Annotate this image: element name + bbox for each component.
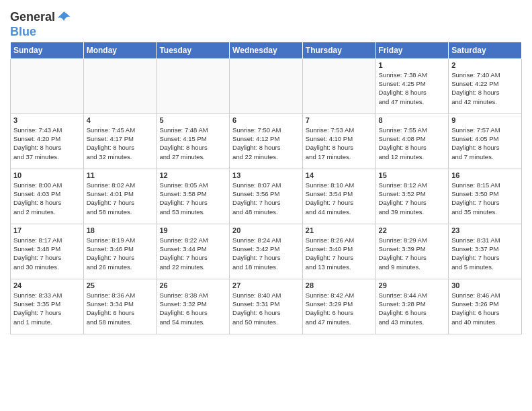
day-info: Sunrise: 8:36 AM Sunset: 3:34 PM Dayligh…: [87, 291, 154, 326]
calendar-cell: 16Sunrise: 8:15 AM Sunset: 3:50 PM Dayli…: [449, 169, 522, 224]
day-info: Sunrise: 8:26 AM Sunset: 3:40 PM Dayligh…: [306, 236, 373, 271]
day-number: 4: [87, 116, 154, 124]
logo-icon: [56, 9, 73, 26]
calendar-cell: 7Sunrise: 7:53 AM Sunset: 4:10 PM Daylig…: [302, 113, 375, 169]
calendar-cell: 28Sunrise: 8:42 AM Sunset: 3:29 PM Dayli…: [302, 279, 375, 334]
day-info: Sunrise: 8:22 AM Sunset: 3:44 PM Dayligh…: [159, 236, 226, 271]
calendar-cell: 26Sunrise: 8:38 AM Sunset: 3:32 PM Dayli…: [157, 279, 230, 334]
day-info: Sunrise: 8:02 AM Sunset: 4:01 PM Dayligh…: [87, 181, 154, 216]
day-number: 5: [159, 116, 226, 124]
weekday-header-wednesday: Wednesday: [230, 42, 303, 58]
calendar-cell: 19Sunrise: 8:22 AM Sunset: 3:44 PM Dayli…: [157, 224, 230, 279]
weekday-header-tuesday: Tuesday: [157, 42, 230, 58]
calendar-cell: 4Sunrise: 7:45 AM Sunset: 4:17 PM Daylig…: [83, 113, 157, 169]
calendar-cell: 24Sunrise: 8:33 AM Sunset: 3:35 PM Dayli…: [11, 279, 84, 334]
day-info: Sunrise: 8:00 AM Sunset: 4:03 PM Dayligh…: [13, 181, 81, 216]
day-number: 21: [306, 226, 373, 234]
day-info: Sunrise: 8:07 AM Sunset: 3:56 PM Dayligh…: [232, 181, 300, 216]
calendar-week-3: 10Sunrise: 8:00 AM Sunset: 4:03 PM Dayli…: [11, 169, 522, 224]
calendar-cell: 2Sunrise: 7:40 AM Sunset: 4:22 PM Daylig…: [449, 58, 522, 113]
logo-text: General: [10, 11, 55, 24]
calendar-cell: 22Sunrise: 8:29 AM Sunset: 3:39 PM Dayli…: [375, 224, 449, 279]
calendar-cell: 10Sunrise: 8:00 AM Sunset: 4:03 PM Dayli…: [11, 169, 84, 224]
calendar-week-2: 3Sunrise: 7:43 AM Sunset: 4:20 PM Daylig…: [11, 113, 522, 169]
calendar-cell: 8Sunrise: 7:55 AM Sunset: 4:08 PM Daylig…: [375, 113, 449, 169]
calendar-cell: 18Sunrise: 8:19 AM Sunset: 3:46 PM Dayli…: [83, 224, 157, 279]
calendar-cell: 25Sunrise: 8:36 AM Sunset: 3:34 PM Dayli…: [83, 279, 157, 334]
day-number: 30: [451, 281, 519, 289]
day-info: Sunrise: 7:55 AM Sunset: 4:08 PM Dayligh…: [379, 126, 446, 161]
day-number: 24: [13, 281, 81, 289]
calendar-cell: 17Sunrise: 8:17 AM Sunset: 3:48 PM Dayli…: [11, 224, 84, 279]
day-info: Sunrise: 7:43 AM Sunset: 4:20 PM Dayligh…: [13, 126, 81, 161]
day-info: Sunrise: 8:46 AM Sunset: 3:26 PM Dayligh…: [451, 291, 519, 326]
calendar-cell: 11Sunrise: 8:02 AM Sunset: 4:01 PM Dayli…: [83, 169, 157, 224]
day-info: Sunrise: 7:40 AM Sunset: 4:22 PM Dayligh…: [451, 71, 519, 106]
day-info: Sunrise: 8:17 AM Sunset: 3:48 PM Dayligh…: [13, 236, 81, 271]
day-number: 7: [306, 116, 373, 124]
day-number: 15: [379, 171, 446, 179]
calendar-cell: 12Sunrise: 8:05 AM Sunset: 3:58 PM Dayli…: [157, 169, 230, 224]
day-number: 26: [159, 281, 226, 289]
day-number: 2: [451, 61, 519, 69]
day-info: Sunrise: 8:44 AM Sunset: 3:28 PM Dayligh…: [379, 291, 446, 326]
calendar-header-row: SundayMondayTuesdayWednesdayThursdayFrid…: [11, 42, 522, 58]
weekday-header-monday: Monday: [83, 42, 157, 58]
calendar-cell: [302, 58, 375, 113]
day-info: Sunrise: 8:10 AM Sunset: 3:54 PM Dayligh…: [306, 181, 373, 216]
day-info: Sunrise: 8:33 AM Sunset: 3:35 PM Dayligh…: [13, 291, 81, 326]
day-number: 3: [13, 116, 81, 124]
calendar-week-5: 24Sunrise: 8:33 AM Sunset: 3:35 PM Dayli…: [11, 279, 522, 334]
day-number: 17: [13, 226, 81, 234]
calendar-cell: 5Sunrise: 7:48 AM Sunset: 4:15 PM Daylig…: [157, 113, 230, 169]
day-info: Sunrise: 7:38 AM Sunset: 4:25 PM Dayligh…: [379, 71, 446, 106]
day-info: Sunrise: 8:19 AM Sunset: 3:46 PM Dayligh…: [87, 236, 154, 271]
day-info: Sunrise: 8:15 AM Sunset: 3:50 PM Dayligh…: [451, 181, 519, 216]
weekday-header-friday: Friday: [375, 42, 449, 58]
weekday-header-thursday: Thursday: [302, 42, 375, 58]
calendar-cell: 9Sunrise: 7:57 AM Sunset: 4:05 PM Daylig…: [449, 113, 522, 169]
day-info: Sunrise: 7:45 AM Sunset: 4:17 PM Dayligh…: [87, 126, 154, 161]
header: General Blue: [10, 7, 522, 39]
day-number: 9: [451, 116, 519, 124]
day-number: 12: [159, 171, 226, 179]
calendar-cell: 14Sunrise: 8:10 AM Sunset: 3:54 PM Dayli…: [302, 169, 375, 224]
day-number: 28: [306, 281, 373, 289]
calendar-cell: 30Sunrise: 8:46 AM Sunset: 3:26 PM Dayli…: [449, 279, 522, 334]
day-info: Sunrise: 8:05 AM Sunset: 3:58 PM Dayligh…: [159, 181, 226, 216]
day-number: 18: [87, 226, 154, 234]
day-number: 27: [232, 281, 300, 289]
day-number: 13: [232, 171, 300, 179]
calendar-cell: [157, 58, 230, 113]
weekday-header-sunday: Sunday: [11, 42, 84, 58]
day-number: 11: [87, 171, 154, 179]
day-info: Sunrise: 8:42 AM Sunset: 3:29 PM Dayligh…: [306, 291, 373, 326]
calendar-cell: 15Sunrise: 8:12 AM Sunset: 3:52 PM Dayli…: [375, 169, 449, 224]
day-number: 20: [232, 226, 300, 234]
logo-blue: Blue: [10, 26, 73, 39]
calendar: SundayMondayTuesdayWednesdayThursdayFrid…: [10, 42, 522, 334]
calendar-cell: 6Sunrise: 7:50 AM Sunset: 4:12 PM Daylig…: [230, 113, 303, 169]
day-info: Sunrise: 7:57 AM Sunset: 4:05 PM Dayligh…: [451, 126, 519, 161]
day-info: Sunrise: 8:29 AM Sunset: 3:39 PM Dayligh…: [379, 236, 446, 271]
weekday-header-saturday: Saturday: [449, 42, 522, 58]
calendar-cell: 20Sunrise: 8:24 AM Sunset: 3:42 PM Dayli…: [230, 224, 303, 279]
calendar-cell: 27Sunrise: 8:40 AM Sunset: 3:31 PM Dayli…: [230, 279, 303, 334]
calendar-cell: 23Sunrise: 8:31 AM Sunset: 3:37 PM Dayli…: [449, 224, 522, 279]
calendar-cell: [83, 58, 157, 113]
calendar-cell: 3Sunrise: 7:43 AM Sunset: 4:20 PM Daylig…: [11, 113, 84, 169]
calendar-cell: 21Sunrise: 8:26 AM Sunset: 3:40 PM Dayli…: [302, 224, 375, 279]
calendar-cell: 1Sunrise: 7:38 AM Sunset: 4:25 PM Daylig…: [375, 58, 449, 113]
day-info: Sunrise: 7:48 AM Sunset: 4:15 PM Dayligh…: [159, 126, 226, 161]
day-number: 22: [379, 226, 446, 234]
day-info: Sunrise: 8:12 AM Sunset: 3:52 PM Dayligh…: [379, 181, 446, 216]
day-info: Sunrise: 8:40 AM Sunset: 3:31 PM Dayligh…: [232, 291, 300, 326]
day-number: 8: [379, 116, 446, 124]
day-number: 6: [232, 116, 300, 124]
day-number: 10: [13, 171, 81, 179]
day-info: Sunrise: 8:38 AM Sunset: 3:32 PM Dayligh…: [159, 291, 226, 326]
calendar-cell: 29Sunrise: 8:44 AM Sunset: 3:28 PM Dayli…: [375, 279, 449, 334]
day-info: Sunrise: 8:24 AM Sunset: 3:42 PM Dayligh…: [232, 236, 300, 271]
logo: General Blue: [10, 9, 73, 39]
calendar-cell: 13Sunrise: 8:07 AM Sunset: 3:56 PM Dayli…: [230, 169, 303, 224]
